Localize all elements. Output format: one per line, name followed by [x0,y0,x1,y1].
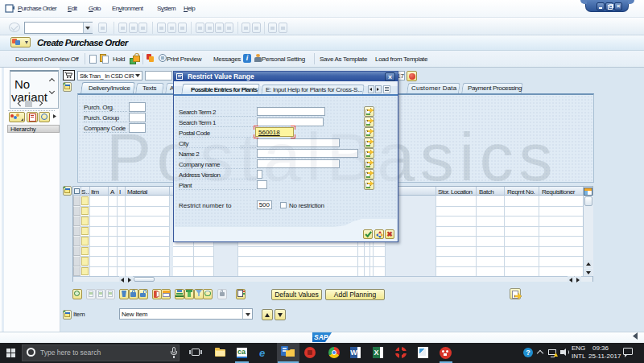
svg-text:SAP: SAP [314,333,328,341]
